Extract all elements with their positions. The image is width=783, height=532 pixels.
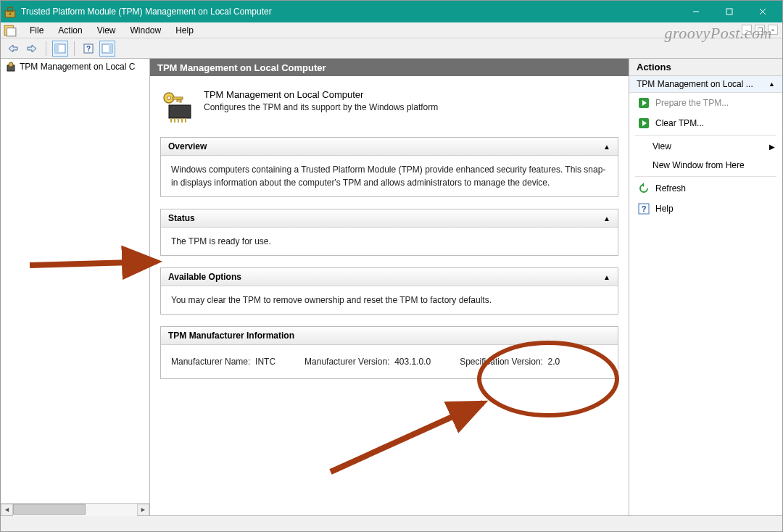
titlebar: Trusted Platform Module (TPM) Management… [1,1,782,22]
svg-text:?: ? [86,45,91,53]
mdi-close[interactable]: × [768,25,778,35]
menubar: File Action View Window Help – ❐ × [1,22,782,38]
mmc-icon [4,24,17,37]
manufacturer-version-value: 403.1.0.0 [394,357,431,367]
mdi-window-controls: – ❐ × [742,25,778,35]
scroll-track[interactable] [13,504,137,516]
mdi-restore[interactable]: ❐ [755,25,765,35]
scroll-right-arrow[interactable]: ► [137,504,149,516]
tree-horizontal-scrollbar[interactable]: ◄ ► [1,503,149,515]
svg-rect-16 [109,44,112,53]
overview-body: Windows computers containing a Trusted P… [161,156,618,196]
menu-help[interactable]: Help [168,24,201,37]
action-label: Refresh [655,183,686,194]
tree-item-label: TPM Management on Local C [20,62,135,72]
help-icon: ? [638,203,650,215]
prepare-tpm-icon [638,97,650,109]
overview-header[interactable]: Overview ▲ [161,138,618,156]
action-label: Prepare the TPM... [655,98,729,108]
options-body: You may clear the TPM to remove ownershi… [161,286,618,314]
menu-window[interactable]: Window [123,24,169,37]
statusbar [1,515,782,531]
action-new-window[interactable]: New Window from Here [629,156,782,175]
toolbar-separator [74,41,75,56]
svg-marker-34 [642,183,644,187]
svg-rect-19 [169,105,191,118]
mdi-minimize[interactable]: – [742,25,752,35]
show-hide-tree-button[interactable] [52,41,68,57]
clear-tpm-icon [638,117,650,129]
menu-file[interactable]: File [22,24,51,37]
action-clear-tpm[interactable]: Clear TPM... [629,113,782,133]
help-button[interactable]: ? [80,41,96,57]
window-title: Trusted Platform Module (TPM) Management… [21,7,679,17]
options-panel: Available Options ▲ You may clear the TP… [160,267,618,315]
tpm-node-icon [5,61,17,72]
svg-rect-12 [55,44,59,53]
manufacturer-name-value: INTC [255,357,276,367]
spec-version-label: Specification Version: [460,357,543,367]
options-title: Available Options [168,272,241,282]
svg-point-26 [167,96,171,100]
overview-title: Overview [168,141,207,151]
collapse-icon: ▲ [603,143,610,151]
collapse-icon: ▲ [603,215,610,223]
svg-point-18 [9,62,13,67]
minimize-button[interactable] [679,1,713,22]
menu-view[interactable]: View [90,24,123,37]
content-pane: TPM Management on Local Computer [150,59,629,515]
svg-marker-10 [28,45,36,52]
forward-button[interactable] [24,41,40,57]
action-label: New Window from Here [652,160,745,170]
status-body: The TPM is ready for use. [161,228,618,255]
close-button[interactable] [746,1,779,22]
status-header[interactable]: Status ▲ [161,209,618,228]
tree-item-tpm[interactable]: TPM Management on Local C [1,59,149,75]
submenu-arrow-icon: ▶ [769,143,775,151]
back-button[interactable] [5,41,21,57]
manufacturer-title: TPM Manufacturer Information [168,331,294,341]
svg-rect-28 [180,99,181,102]
action-view-submenu[interactable]: View ▶ [629,137,782,156]
svg-text:?: ? [642,204,647,213]
manufacturer-version-label: Manufacturer Version: [304,357,389,367]
collapse-icon: ▲ [768,80,775,88]
tpm-chip-key-icon [160,89,195,124]
svg-marker-9 [9,45,17,52]
scroll-thumb[interactable] [13,504,86,515]
manufacturer-name-label: Manufacturer Name: [171,357,250,367]
options-header[interactable]: Available Options ▲ [161,268,618,286]
action-prepare-tpm[interactable]: Prepare the TPM... [629,93,782,113]
action-separator [635,176,776,177]
action-label: Clear TPM... [655,118,704,128]
maximize-button[interactable] [713,1,746,22]
collapse-icon: ▲ [603,273,610,281]
refresh-icon [638,183,650,194]
actions-pane-title: Actions [629,59,782,76]
action-separator [635,135,776,136]
actions-group-title-label: TPM Management on Local ... [637,79,753,89]
spec-version-value: 2.0 [548,357,560,367]
content-header: TPM Management on Local Computer [150,59,629,76]
status-title: Status [168,213,195,223]
scroll-left-arrow[interactable]: ◄ [1,504,13,516]
intro-title: TPM Management on Local Computer [204,89,438,100]
action-label: Help [655,204,674,214]
svg-rect-8 [7,28,16,36]
svg-rect-29 [177,99,178,101]
overview-panel: Overview ▲ Windows computers containing … [160,137,618,197]
intro-block: TPM Management on Local Computer Configu… [160,89,618,124]
console-tree: TPM Management on Local C ◄ ► [1,59,150,515]
show-hide-action-pane-button[interactable] [99,41,115,57]
actions-group-header[interactable]: TPM Management on Local ... ▲ [629,76,782,93]
tpm-app-icon [4,5,17,18]
menu-action[interactable]: Action [51,24,89,37]
manufacturer-header[interactable]: TPM Manufacturer Information [161,327,618,345]
svg-point-2 [9,13,12,15]
manufacturer-panel: TPM Manufacturer Information Manufacture… [160,326,618,379]
action-refresh[interactable]: Refresh [629,178,782,199]
svg-rect-4 [726,9,732,14]
toolbar-separator [46,41,46,56]
action-help[interactable]: ? Help [629,199,782,219]
action-label: View [652,141,671,151]
